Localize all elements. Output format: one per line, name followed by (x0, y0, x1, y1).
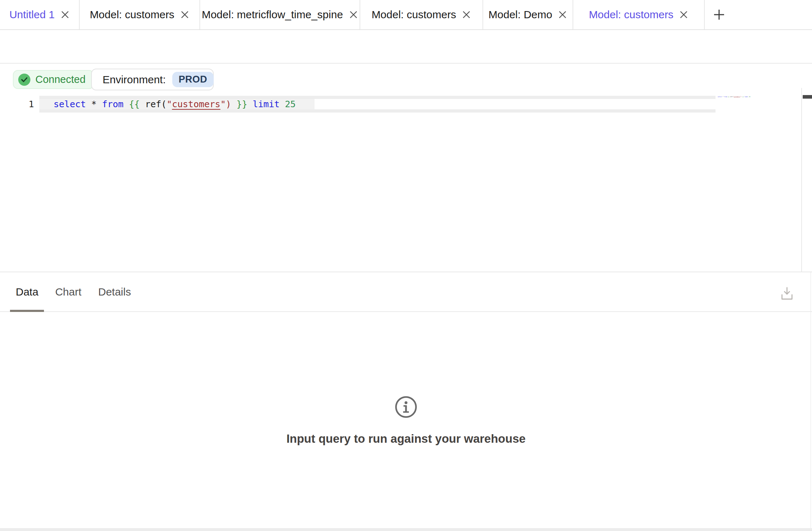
empty-state-message: Input query to run against your warehous… (286, 432, 525, 446)
editor-minimap: select * from {{ ref("customers") }} lim… (718, 96, 800, 103)
close-icon[interactable] (60, 10, 70, 19)
sql-code-editor[interactable]: 1 select * from {{ ref("customers") }} l… (0, 93, 812, 272)
close-icon[interactable] (558, 10, 567, 19)
tab-label: Model: customers (90, 9, 174, 21)
jinja-close-braces: }} (237, 99, 247, 109)
connected-label: Connected (35, 74, 85, 85)
tab-label: Model: customers (372, 9, 456, 21)
tab-label: Data (16, 286, 38, 298)
tab-label: Untitled 1 (9, 9, 55, 21)
tab-label: Model: metricflow_time_spine (202, 9, 343, 21)
bottom-strip (0, 528, 812, 531)
sql-number: 25 (285, 99, 296, 109)
new-tab-button[interactable] (705, 0, 733, 29)
active-tab-underline (10, 310, 44, 312)
environment-value-badge: PROD (172, 72, 214, 87)
jinja-open-braces: {{ (129, 99, 140, 109)
download-icon (781, 286, 793, 301)
tab-label: Chart (55, 286, 81, 298)
connection-status-row: Connected Environment: PROD (0, 64, 812, 93)
connected-status-badge: Connected (13, 70, 94, 89)
close-icon[interactable] (462, 10, 471, 19)
tab-details[interactable]: Details (93, 272, 137, 311)
tab-label: Model: customers (589, 9, 674, 21)
editor-scrollbar-track (801, 88, 812, 272)
environment-selector[interactable]: Environment: PROD (91, 69, 214, 90)
sql-keyword: select (54, 99, 86, 109)
ide-window: Untitled 1 Model: customers Model: metri… (0, 0, 812, 531)
tab-model-customers-2[interactable]: Model: customers (360, 0, 483, 29)
plus-icon (713, 9, 725, 21)
quote-open: " (167, 99, 172, 109)
ref-model-link[interactable]: customers (172, 99, 220, 109)
sql-keyword: limit (247, 99, 285, 109)
tab-model-customers-1[interactable]: Model: customers (80, 0, 200, 29)
environment-label: Environment: (103, 74, 166, 86)
editor-tab-bar: Untitled 1 Model: customers Model: metri… (0, 0, 812, 30)
tab-untitled-1[interactable]: Untitled 1 (0, 0, 80, 29)
tab-model-customers-3[interactable]: Model: customers (573, 0, 705, 29)
editor-toolbar: Develop Run (0, 30, 812, 64)
jinja-ref-function: ref (145, 99, 161, 109)
minimap-code-line: select * from {{ ref("customers") }} lim… (718, 96, 750, 98)
line-number: 1 (0, 96, 34, 113)
tab-label: Details (98, 286, 131, 298)
close-icon[interactable] (180, 10, 189, 19)
tab-model-demo[interactable]: Model: Demo (483, 0, 573, 29)
space (124, 99, 129, 109)
download-results-button[interactable] (778, 284, 796, 303)
paren-open: ( (161, 99, 167, 109)
tab-model-metricflow-time-spine[interactable]: Model: metricflow_time_spine (200, 0, 360, 29)
connected-check-icon (18, 74, 30, 86)
info-icon (395, 396, 417, 418)
quote-close: ") (221, 99, 231, 109)
space (140, 99, 145, 109)
editor-scrollbar-thumb[interactable] (803, 95, 812, 99)
space (231, 99, 237, 109)
sql-keyword: from (102, 99, 123, 109)
tab-label: Model: Demo (489, 9, 552, 21)
tab-data[interactable]: Data (10, 272, 44, 311)
tab-chart[interactable]: Chart (49, 272, 87, 311)
results-empty-state: Input query to run against your warehous… (0, 313, 812, 528)
code-line-1[interactable]: select * from {{ ref("customers") }} lim… (54, 96, 296, 113)
sql-operator: * (86, 99, 102, 109)
results-tab-bar: Data Chart Details (0, 272, 812, 312)
close-icon[interactable] (349, 10, 358, 19)
close-icon[interactable] (679, 10, 688, 19)
